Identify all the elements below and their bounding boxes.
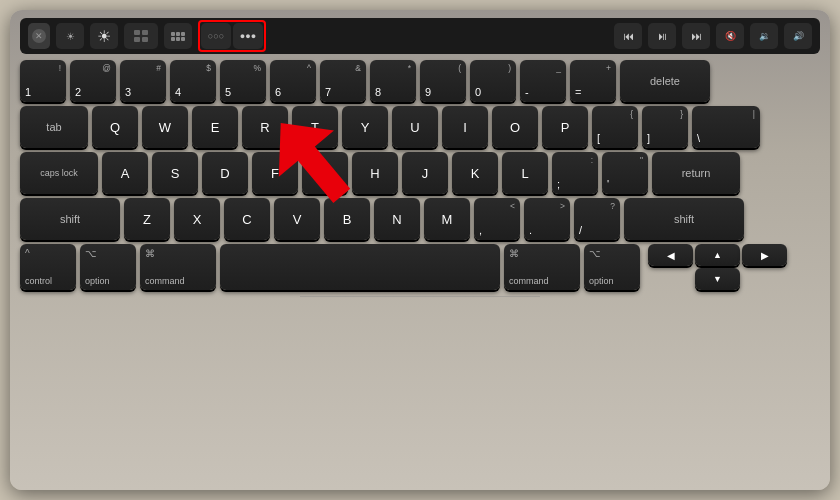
touchbar-mute[interactable]: 🔇 — [716, 23, 744, 49]
touchbar-mission-control[interactable] — [124, 23, 158, 49]
key-slash[interactable]: ? / — [574, 198, 620, 240]
arrow-key-cluster: ◀ ▲ ▼ ▶ — [648, 244, 787, 290]
key-option-right[interactable]: ⌥ option — [584, 244, 640, 290]
key-9[interactable]: ( 9 — [420, 60, 466, 102]
touchbar-volume-down[interactable]: 🔉 — [750, 23, 778, 49]
key-bracket-close[interactable]: } ] — [642, 106, 688, 148]
touchbar-brightness-high[interactable]: ☀ — [90, 23, 118, 49]
touchbar-volume-up[interactable]: 🔊 — [784, 23, 812, 49]
key-backslash[interactable]: | \ — [692, 106, 760, 148]
key-8[interactable]: * 8 — [370, 60, 416, 102]
touchbar-keyboard-brightness-high[interactable]: ●●● — [233, 23, 263, 49]
key-comma[interactable]: < , — [474, 198, 520, 240]
trackpad-indicator — [300, 296, 540, 297]
key-equals[interactable]: + = — [570, 60, 616, 102]
key-2[interactable]: @ 2 — [70, 60, 116, 102]
key-w[interactable]: W — [142, 106, 188, 148]
key-d[interactable]: D — [202, 152, 248, 194]
key-7[interactable]: & 7 — [320, 60, 366, 102]
number-key-row: ! 1 @ 2 # 3 $ 4 % 5 ^ 6 — [20, 60, 820, 102]
keyboard-container: ✕ ☀ ☀ — [10, 10, 830, 490]
key-arrow-down[interactable]: ▼ — [695, 268, 740, 290]
key-minus[interactable]: _ - — [520, 60, 566, 102]
key-k[interactable]: K — [452, 152, 498, 194]
key-shift-right[interactable]: shift — [624, 198, 744, 240]
key-l[interactable]: L — [502, 152, 548, 194]
key-arrow-left[interactable]: ◀ — [648, 244, 693, 266]
touchbar-rewind[interactable]: ⏮ — [614, 23, 642, 49]
key-m[interactable]: M — [424, 198, 470, 240]
asdf-key-row: caps lock A S D F G H J — [20, 152, 820, 194]
key-u[interactable]: U — [392, 106, 438, 148]
key-x[interactable]: X — [174, 198, 220, 240]
key-q[interactable]: Q — [92, 106, 138, 148]
key-6[interactable]: ^ 6 — [270, 60, 316, 102]
key-period[interactable]: > . — [524, 198, 570, 240]
key-caps[interactable]: caps lock — [20, 152, 98, 194]
touchbar: ✕ ☀ ☀ — [20, 18, 820, 54]
key-z[interactable]: Z — [124, 198, 170, 240]
key-e[interactable]: E — [192, 106, 238, 148]
key-arrow-up[interactable]: ▲ — [695, 244, 740, 266]
close-circle: ✕ — [32, 29, 46, 43]
key-5[interactable]: % 5 — [220, 60, 266, 102]
touchbar-keyboard-brightness-highlighted: ○○○ ●●● — [198, 20, 266, 52]
key-c[interactable]: C — [224, 198, 270, 240]
key-control[interactable]: ^ control — [20, 244, 76, 290]
touchbar-launchpad[interactable] — [164, 23, 192, 49]
touchbar-brightness-low[interactable]: ☀ — [56, 23, 84, 49]
zxcv-key-row: shift Z X C V B N M — [20, 198, 820, 240]
touchbar-close-button[interactable]: ✕ — [28, 23, 50, 49]
touchbar-keyboard-brightness-low[interactable]: ○○○ — [201, 23, 231, 49]
key-arrow-right[interactable]: ▶ — [742, 244, 787, 266]
key-space[interactable] — [220, 244, 500, 290]
key-quote[interactable]: " ' — [602, 152, 648, 194]
modifier-key-row: ^ control ⌥ option ⌘ command ⌘ command — [20, 244, 820, 290]
key-option-left[interactable]: ⌥ option — [80, 244, 136, 290]
key-shift-left[interactable]: shift — [20, 198, 120, 240]
key-return[interactable]: return — [652, 152, 740, 194]
key-4[interactable]: $ 4 — [170, 60, 216, 102]
key-3[interactable]: # 3 — [120, 60, 166, 102]
key-delete[interactable]: delete — [620, 60, 710, 102]
key-a[interactable]: A — [102, 152, 148, 194]
key-o[interactable]: O — [492, 106, 538, 148]
key-s[interactable]: S — [152, 152, 198, 194]
key-rows: ! 1 @ 2 # 3 $ 4 % 5 ^ 6 — [20, 60, 820, 290]
key-tab[interactable]: tab — [20, 106, 88, 148]
key-1-bottom: 1 — [25, 87, 61, 98]
trackpad-area — [20, 296, 820, 297]
key-i[interactable]: I — [442, 106, 488, 148]
red-arrow — [270, 105, 390, 215]
key-command-left[interactable]: ⌘ command — [140, 244, 216, 290]
key-1-top: ! — [25, 64, 61, 73]
qwerty-key-row: tab Q W E R T Y U — [20, 106, 820, 148]
touchbar-fast-forward[interactable]: ⏭ — [682, 23, 710, 49]
key-0[interactable]: ) 0 — [470, 60, 516, 102]
key-p[interactable]: P — [542, 106, 588, 148]
key-command-right[interactable]: ⌘ command — [504, 244, 580, 290]
key-1[interactable]: ! 1 — [20, 60, 66, 102]
key-semicolon[interactable]: : ; — [552, 152, 598, 194]
touchbar-play-pause[interactable]: ⏯ — [648, 23, 676, 49]
key-j[interactable]: J — [402, 152, 448, 194]
key-bracket-open[interactable]: { [ — [592, 106, 638, 148]
